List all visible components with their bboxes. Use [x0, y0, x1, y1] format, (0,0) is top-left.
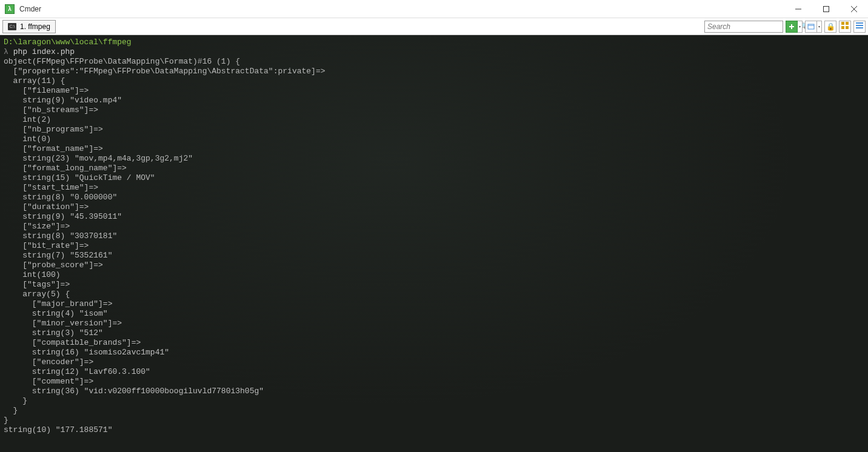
- menu-icon: [855, 21, 864, 32]
- search-box[interactable]: 🔍: [704, 21, 783, 33]
- grid-icon: [841, 21, 849, 32]
- new-console-dropdown[interactable]: ▾: [798, 21, 803, 33]
- tab-label: 1. ffmpeg: [20, 22, 50, 31]
- minimize-button[interactable]: [784, 0, 812, 18]
- window-titlebar: λ Cmder: [0, 0, 868, 18]
- current-directory: D:\laragon\www\local\ffmpeg: [4, 38, 132, 47]
- menu-button[interactable]: [853, 21, 866, 33]
- console-icon: C:\: [8, 23, 16, 30]
- window-options-dropdown[interactable]: ▾: [817, 21, 822, 33]
- terminal-output: object(FFMpeg\FFProbe\DataMapping\Format…: [4, 57, 326, 434]
- command-text: php index.php: [13, 47, 75, 56]
- close-button[interactable]: [840, 0, 868, 18]
- svg-rect-9: [846, 22, 849, 25]
- window-title: Cmder: [19, 5, 41, 13]
- svg-rect-6: [808, 24, 814, 29]
- terminal-panel[interactable]: D:\laragon\www\local\ffmpeg λ php index.…: [0, 35, 868, 452]
- tab-bar: C:\ 1. ffmpeg 🔍 ▾ ▾ 🔒: [0, 18, 868, 35]
- svg-rect-11: [846, 26, 849, 29]
- console-tab[interactable]: C:\ 1. ffmpeg: [2, 20, 56, 33]
- lock-button[interactable]: 🔒: [824, 21, 836, 33]
- window-options-button[interactable]: [805, 21, 817, 33]
- app-icon: λ: [5, 4, 15, 14]
- svg-rect-10: [841, 26, 844, 29]
- prompt-symbol: λ: [4, 47, 8, 56]
- new-console-button[interactable]: [786, 21, 798, 33]
- svg-rect-1: [824, 6, 829, 12]
- maximize-button[interactable]: [812, 0, 840, 18]
- svg-rect-8: [841, 22, 844, 25]
- show-tabs-button[interactable]: [839, 21, 851, 33]
